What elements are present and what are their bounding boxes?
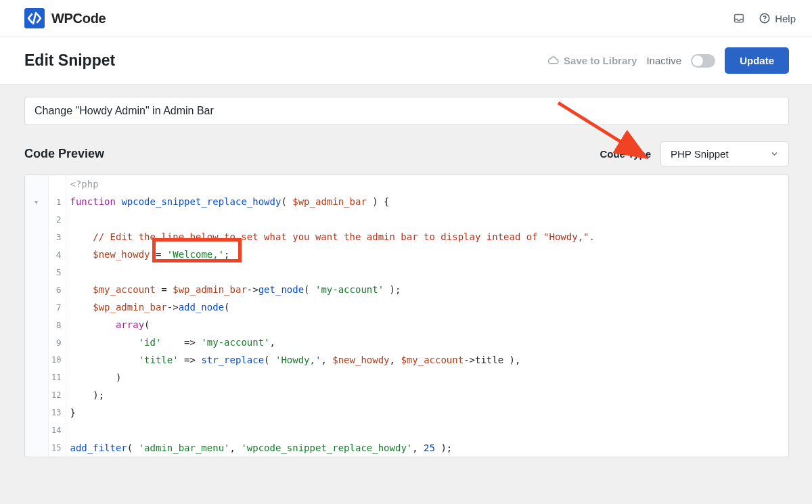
code-preview-heading: Code Preview xyxy=(24,147,104,161)
line-number: 12 xyxy=(48,386,66,404)
preview-row: Code Preview Code Type PHP Snippet xyxy=(24,141,789,166)
line-number: 10 xyxy=(48,351,66,369)
line-number: 5 xyxy=(48,263,66,281)
line-number: 6 xyxy=(48,281,66,298)
fold-toggle[interactable]: ▾ xyxy=(25,193,48,210)
titlebar: Edit Snippet Save to Library Inactive Up… xyxy=(0,37,812,85)
snippet-title-input[interactable] xyxy=(24,97,789,125)
inbox-icon[interactable] xyxy=(733,12,745,24)
help-label: Help xyxy=(775,13,796,24)
code-token: <?php xyxy=(70,179,99,189)
code-type-value: PHP Snippet xyxy=(671,148,729,160)
topbar-right: Help xyxy=(733,12,796,24)
line-number: 2 xyxy=(48,210,66,228)
svg-point-3 xyxy=(764,20,765,21)
logo[interactable]: WPCode xyxy=(24,8,106,28)
code-type: Code Type PHP Snippet xyxy=(600,141,789,166)
brand-name: WPCode xyxy=(51,11,106,26)
line-number: 13 xyxy=(48,404,66,421)
wpcode-logo-icon xyxy=(24,8,45,28)
line-number: 9 xyxy=(48,334,66,351)
status-label: Inactive xyxy=(646,55,681,66)
topbar: WPCode Help xyxy=(0,0,812,37)
save-to-library-button: Save to Library xyxy=(547,55,637,66)
code-type-label: Code Type xyxy=(600,148,651,160)
code-type-select[interactable]: PHP Snippet xyxy=(660,141,789,166)
line-number: 1 xyxy=(48,193,66,210)
line-number: 15 xyxy=(48,439,66,457)
line-number: 8 xyxy=(48,316,66,334)
cloud-icon xyxy=(547,55,559,66)
title-actions: Save to Library Inactive Update xyxy=(547,47,789,74)
page-title: Edit Snippet xyxy=(24,51,115,70)
active-toggle[interactable] xyxy=(691,54,715,68)
save-to-library-label: Save to Library xyxy=(564,55,637,66)
chevron-down-icon xyxy=(770,150,779,158)
line-number: 14 xyxy=(48,421,66,439)
content: Code Preview Code Type PHP Snippet <?php… xyxy=(0,97,812,471)
line-number: 11 xyxy=(48,369,66,386)
help-link[interactable]: Help xyxy=(759,12,796,24)
update-button[interactable]: Update xyxy=(725,47,789,74)
line-number: 7 xyxy=(48,298,66,316)
line-number: 4 xyxy=(48,246,66,263)
code-editor[interactable]: <?php ▾ 1 function wpcode_snippet_replac… xyxy=(24,175,789,457)
line-number: 3 xyxy=(48,228,66,246)
